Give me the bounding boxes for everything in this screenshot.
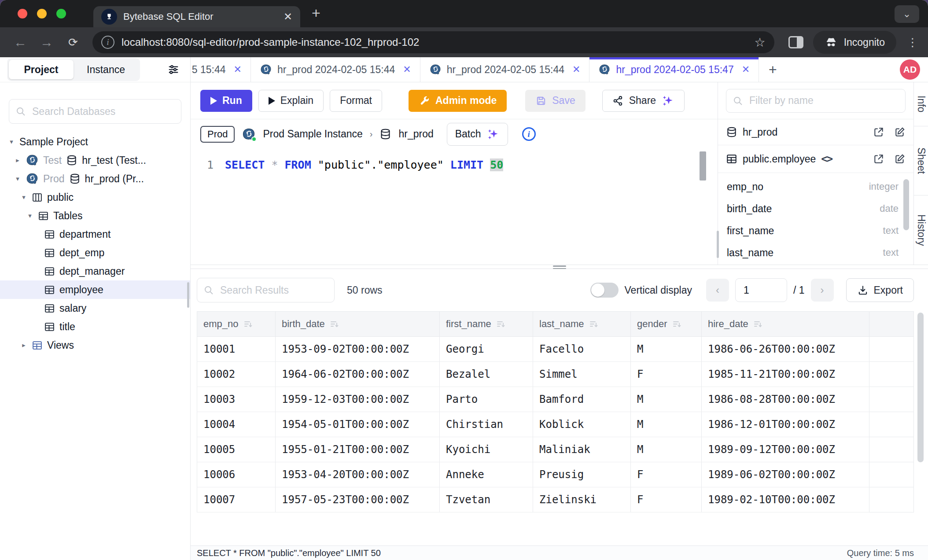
caret-right-icon[interactable]: ▸ [20, 341, 27, 349]
caret-down-icon[interactable]: ▾ [14, 175, 21, 183]
caret-down-icon[interactable]: ▾ [26, 212, 33, 220]
url-bar[interactable]: i localhost:8080/sql-editor/prod-sample-… [92, 31, 774, 53]
tree-node-table-department[interactable]: department [0, 225, 190, 243]
browser-tab-close-icon[interactable]: ✕ [284, 11, 292, 23]
col-header-birth-date[interactable]: birth_date [276, 312, 440, 337]
new-query-tab-button[interactable]: + [759, 57, 787, 82]
editor-scrollbar[interactable] [700, 151, 706, 181]
sql-line-1[interactable]: 1 SELECT * FROM "public"."employee" LIMI… [191, 156, 718, 174]
tab-close-icon[interactable]: ✕ [572, 64, 580, 75]
sort-icon[interactable] [243, 320, 253, 328]
table-row[interactable]: 100021964-06-02T00:00:00ZBezalelSimmelF1… [197, 362, 914, 387]
tree-node-table-title[interactable]: title [0, 317, 190, 336]
horizontal-splitter[interactable] [191, 265, 928, 269]
database-search-box[interactable] [9, 99, 181, 124]
back-icon[interactable]: ← [9, 35, 32, 50]
editor-tab-1[interactable]: 5 15:44 ✕ [191, 57, 251, 82]
tab-close-icon[interactable]: ✕ [403, 64, 411, 75]
search-results-input[interactable] [219, 284, 328, 297]
share-button[interactable]: Share [602, 90, 685, 112]
instance-name[interactable]: Prod Sample Instance [263, 128, 362, 140]
sort-icon[interactable] [329, 320, 339, 328]
browser-tab[interactable]: Bytebase SQL Editor ✕ [93, 6, 300, 27]
table-row[interactable]: 100071957-05-23T00:00:00ZTzvetanZielinsk… [197, 487, 914, 512]
tab-close-icon[interactable]: ✕ [742, 64, 750, 75]
schema-database-row[interactable]: hr_prod [718, 119, 913, 145]
tab-sheet[interactable]: Sheet [914, 126, 928, 195]
col-header-emp-no[interactable]: emp_no [197, 312, 276, 337]
col-header-hire-date[interactable]: hire_date [702, 312, 869, 337]
filter-by-name-input[interactable] [748, 94, 899, 107]
open-external-icon[interactable] [873, 153, 884, 165]
forward-icon[interactable]: → [35, 35, 58, 50]
run-button[interactable]: Run [200, 90, 252, 112]
tab-history[interactable]: History [914, 195, 928, 265]
tab-close-icon[interactable]: ✕ [234, 64, 242, 75]
page-number-input[interactable] [735, 278, 787, 302]
tree-node-table-salary[interactable]: salary [0, 299, 190, 317]
column-row[interactable]: last_name text [727, 242, 899, 264]
next-page-button[interactable]: › [811, 279, 834, 302]
column-row[interactable]: birth_date date [727, 198, 899, 220]
col-header-first-name[interactable]: first_name [440, 312, 533, 337]
caret-right-icon[interactable]: ▸ [14, 156, 21, 164]
editor-tab-4-active[interactable]: hr_prod 2024-02-05 15:47 ✕ [589, 57, 759, 82]
tree-node-views-group[interactable]: ▸ Views [0, 336, 190, 354]
tree-node-table-employee-selected[interactable]: employee [0, 280, 190, 299]
tab-project[interactable]: Project [9, 60, 74, 79]
format-button[interactable]: Format [330, 90, 382, 112]
caret-down-icon[interactable]: ▾ [20, 193, 27, 201]
minimize-window-button[interactable] [37, 9, 47, 18]
sort-icon[interactable] [589, 320, 598, 328]
editor-tab-2[interactable]: hr_prod 2024-02-05 15:44 ✕ [251, 57, 420, 82]
filter-box[interactable] [726, 89, 906, 113]
tab-search-chevron-button[interactable]: ⌄ [895, 5, 919, 23]
batch-button[interactable]: Batch [447, 123, 508, 146]
results-scrollbar[interactable] [917, 313, 924, 462]
results-search-box[interactable] [197, 278, 335, 302]
side-panel-icon[interactable] [788, 36, 803, 48]
browser-new-tab-button[interactable]: + [312, 4, 320, 22]
admin-mode-button[interactable]: Admin mode [409, 90, 507, 112]
connection-info-icon[interactable]: i [522, 127, 536, 141]
url-text[interactable]: localhost:8080/sql-editor/prod-sample-in… [122, 36, 748, 48]
tree-node-tables-group[interactable]: ▾ Tables [0, 206, 190, 225]
column-row[interactable]: emp_no integer [727, 176, 899, 198]
database-name[interactable]: hr_prod [398, 128, 433, 140]
tree-node-hr-prod[interactable]: ▾ Prod hr_prod (Pr... [0, 169, 190, 188]
tree-node-table-dept-emp[interactable]: dept_emp [0, 243, 190, 262]
zoom-window-button[interactable] [56, 9, 66, 18]
schema-table-row[interactable]: public.employee <> [718, 145, 913, 173]
editor-tab-3[interactable]: hr_prod 2024-02-05 15:44 ✕ [420, 57, 590, 82]
explain-button[interactable]: Explain [258, 90, 324, 112]
table-row[interactable]: 100011953-09-02T00:00:00ZGeorgiFacelloM1… [197, 337, 914, 362]
tree-node-schema-public[interactable]: ▾ public [0, 188, 190, 206]
caret-down-icon[interactable]: ▾ [8, 138, 15, 146]
col-header-last-name[interactable]: last_name [533, 312, 631, 337]
browser-menu-icon[interactable]: ⋮ [906, 36, 919, 49]
col-header-gender[interactable]: gender [631, 312, 702, 337]
sort-icon[interactable] [672, 320, 681, 328]
save-button[interactable]: Save [525, 90, 585, 112]
tree-settings-icon[interactable] [167, 63, 180, 76]
bookmark-star-icon[interactable]: ☆ [755, 35, 766, 50]
reload-icon[interactable]: ⟳ [62, 36, 85, 49]
close-window-button[interactable] [18, 9, 27, 18]
sql-editor[interactable]: 1 SELECT * FROM "public"."employee" LIMI… [191, 149, 718, 265]
tree-node-hr-test[interactable]: ▸ Test hr_test (Test... [0, 151, 190, 169]
tab-instance[interactable]: Instance [74, 60, 138, 79]
table-row[interactable]: 100031959-12-03T00:00:00ZPartoBamfordM19… [197, 387, 914, 412]
database-search-input[interactable] [31, 105, 175, 118]
column-row[interactable]: first_name text [727, 220, 899, 242]
tree-node-table-dept-manager[interactable]: dept_manager [0, 262, 190, 280]
open-external-icon[interactable] [873, 126, 884, 138]
view-schema-code-icon[interactable]: <> [821, 153, 832, 165]
table-row[interactable]: 100051955-01-21T00:00:00ZKyoichiMaliniak… [197, 437, 914, 462]
prev-page-button[interactable]: ‹ [706, 279, 729, 302]
tree-node-project[interactable]: ▾ Sample Project [0, 133, 190, 151]
column-list-scrollbar[interactable] [903, 179, 909, 230]
table-row[interactable]: 100041954-05-01T00:00:00ZChirstianKoblic… [197, 412, 914, 437]
export-button[interactable]: Export [846, 278, 914, 302]
site-info-icon[interactable]: i [101, 36, 114, 49]
sort-icon[interactable] [753, 320, 762, 328]
